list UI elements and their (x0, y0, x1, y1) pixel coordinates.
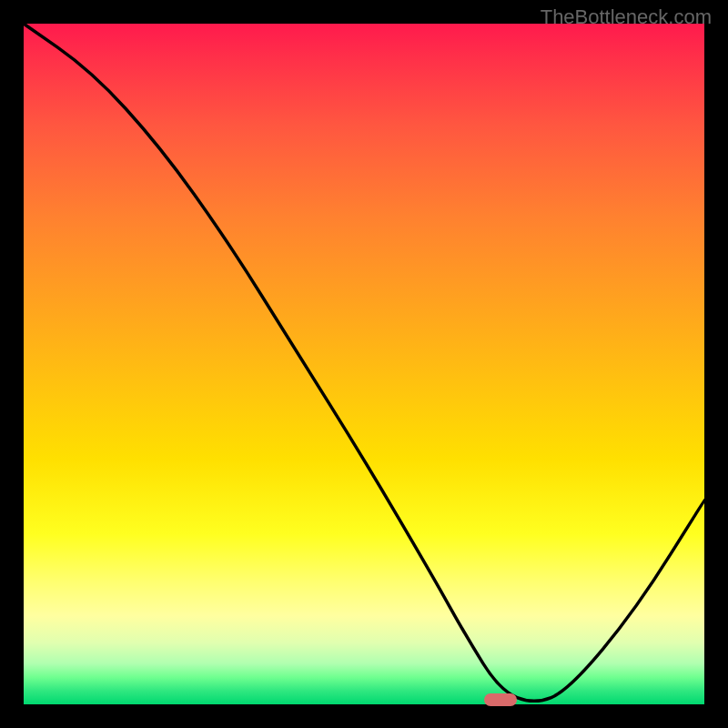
optimal-point-marker (484, 693, 517, 706)
bottleneck-curve-path (24, 24, 704, 701)
bottleneck-chart (24, 24, 704, 704)
chart-svg (24, 24, 704, 704)
watermark-text: TheBottleneck.com (541, 5, 712, 29)
